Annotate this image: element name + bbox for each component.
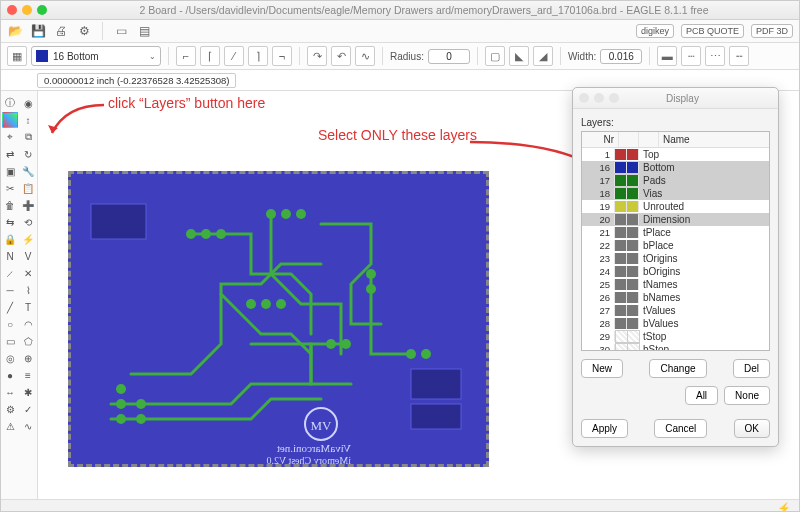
save-icon[interactable]: 💾 — [30, 23, 46, 39]
close-icon[interactable] — [7, 5, 17, 15]
via-tool[interactable]: ◎ — [2, 350, 18, 366]
line-mixed[interactable]: ╌ — [729, 46, 749, 66]
none-button[interactable]: None — [724, 386, 770, 405]
meander-tool[interactable]: ∿ — [20, 418, 36, 434]
ripup-tool[interactable]: ⌇ — [20, 282, 36, 298]
circle-tool[interactable]: ○ — [2, 316, 18, 332]
wire-bend-4[interactable]: ⌉ — [248, 46, 268, 66]
mirror-tool[interactable]: ⇄ — [2, 146, 18, 162]
line-solid[interactable]: ▬ — [657, 46, 677, 66]
smash-tool[interactable]: ⚡ — [20, 231, 36, 247]
erc-tool[interactable]: ✓ — [20, 401, 36, 417]
layer-row[interactable]: 27tValues — [582, 304, 769, 317]
layer-select[interactable]: 16 Bottom ⌄ — [31, 46, 161, 66]
del-button[interactable]: Del — [733, 359, 770, 378]
cut-tool[interactable]: ✂ — [2, 180, 18, 196]
layer-row[interactable]: 21tPlace — [582, 226, 769, 239]
dlg-zoom-icon[interactable] — [609, 93, 619, 103]
layers-list[interactable]: Nr Name 1Top16Bottom17Pads18Vias19Unrout… — [581, 131, 770, 351]
cam-link-1[interactable]: digikey — [636, 24, 674, 38]
dlg-close-icon[interactable] — [579, 93, 589, 103]
cam-icon[interactable]: ⚙ — [76, 23, 92, 39]
dimension-tool[interactable]: ↔ — [2, 384, 18, 400]
text-tool[interactable]: T — [20, 299, 36, 315]
arc-free[interactable]: ∿ — [355, 46, 375, 66]
replace-tool[interactable]: ⟲ — [20, 214, 36, 230]
ratsnest-tool[interactable]: ✱ — [20, 384, 36, 400]
layer-row[interactable]: 1Top — [582, 148, 769, 161]
wire-bend-1[interactable]: ⌐ — [176, 46, 196, 66]
layer-row[interactable]: 28bValues — [582, 317, 769, 330]
change-tool[interactable]: 🔧 — [20, 163, 36, 179]
layers-button[interactable] — [2, 112, 18, 128]
schematic-icon[interactable]: ▭ — [113, 23, 129, 39]
attribute-tool[interactable]: ≡ — [20, 367, 36, 383]
add-tool[interactable]: ➕ — [20, 197, 36, 213]
line-dot[interactable]: ⋯ — [705, 46, 725, 66]
info-tool[interactable]: ⓘ — [2, 95, 18, 111]
miter-tool[interactable]: ⟋ — [2, 265, 18, 281]
width-input[interactable]: 0.016 — [600, 49, 642, 64]
errors-tool[interactable]: ⚠ — [2, 418, 18, 434]
paste-tool[interactable]: 📋 — [20, 180, 36, 196]
layer-color-icon — [615, 279, 626, 290]
zoom-icon[interactable] — [37, 5, 47, 15]
board-icon[interactable]: ▤ — [136, 23, 152, 39]
name-tool[interactable]: N — [2, 248, 18, 264]
wire-bend-2[interactable]: ⌈ — [200, 46, 220, 66]
auto-tool[interactable]: ⚙ — [2, 401, 18, 417]
pinswap-tool[interactable]: ⇆ — [2, 214, 18, 230]
rotate-tool[interactable]: ↻ — [20, 146, 36, 162]
line-dash[interactable]: ┄ — [681, 46, 701, 66]
arc-cw[interactable]: ↷ — [307, 46, 327, 66]
split-tool[interactable]: ✕ — [20, 265, 36, 281]
rect-tool[interactable]: ▭ — [2, 333, 18, 349]
polygon-tool[interactable]: ⬠ — [20, 333, 36, 349]
hole-tool[interactable]: ● — [2, 367, 18, 383]
signal-tool[interactable]: ⊕ — [20, 350, 36, 366]
grid-button[interactable]: ▦ — [7, 46, 27, 66]
value-tool[interactable]: V — [20, 248, 36, 264]
arc-tool[interactable]: ◠ — [20, 316, 36, 332]
copy-tool[interactable]: ⧉ — [20, 129, 36, 145]
miter-3[interactable]: ◢ — [533, 46, 553, 66]
new-button[interactable]: New — [581, 359, 623, 378]
route-tool[interactable]: ─ — [2, 282, 18, 298]
layer-row[interactable]: 18Vias — [582, 187, 769, 200]
layer-row[interactable]: 17Pads — [582, 174, 769, 187]
layer-row[interactable]: 19Unrouted — [582, 200, 769, 213]
layer-row[interactable]: 16Bottom — [582, 161, 769, 174]
layer-row[interactable]: 22bPlace — [582, 239, 769, 252]
miter-1[interactable]: ▢ — [485, 46, 505, 66]
layer-row[interactable]: 29tStop — [582, 330, 769, 343]
move-tool[interactable]: ↕ — [20, 112, 36, 128]
wire-tool[interactable]: ╱ — [2, 299, 18, 315]
ok-button[interactable]: OK — [734, 419, 770, 438]
change-button[interactable]: Change — [649, 359, 706, 378]
cam-link-2[interactable]: PCB QUOTE — [681, 24, 744, 38]
minimize-icon[interactable] — [22, 5, 32, 15]
mark-tool[interactable]: ⌖ — [2, 129, 18, 145]
cancel-button[interactable]: Cancel — [654, 419, 707, 438]
apply-button[interactable]: Apply — [581, 419, 628, 438]
all-button[interactable]: All — [685, 386, 718, 405]
layer-row[interactable]: 26bNames — [582, 291, 769, 304]
group-tool[interactable]: ▣ — [2, 163, 18, 179]
layer-row[interactable]: 30bStop — [582, 343, 769, 351]
layer-row[interactable]: 24bOrigins — [582, 265, 769, 278]
open-icon[interactable]: 📂 — [7, 23, 23, 39]
print-icon[interactable]: 🖨 — [53, 23, 69, 39]
miter-2[interactable]: ◣ — [509, 46, 529, 66]
delete-tool[interactable]: 🗑 — [2, 197, 18, 213]
radius-input[interactable]: 0 — [428, 49, 470, 64]
wire-bend-5[interactable]: ¬ — [272, 46, 292, 66]
layer-row[interactable]: 25tNames — [582, 278, 769, 291]
lock-tool[interactable]: 🔒 — [2, 231, 18, 247]
cam-link-3[interactable]: PDF 3D — [751, 24, 793, 38]
layer-row[interactable]: 23tOrigins — [582, 252, 769, 265]
dlg-min-icon[interactable] — [594, 93, 604, 103]
layer-row[interactable]: 20Dimension — [582, 213, 769, 226]
eye-tool[interactable]: ◉ — [20, 95, 36, 111]
arc-ccw[interactable]: ↶ — [331, 46, 351, 66]
wire-bend-3[interactable]: ∕ — [224, 46, 244, 66]
